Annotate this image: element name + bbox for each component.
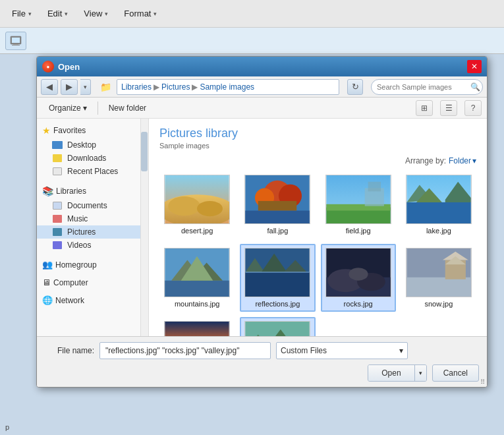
arrange-button[interactable]: Folder ▾ [449, 156, 476, 165]
sidebar: ★ Favorites Desktop Downloads Recent Pl [37, 119, 149, 336]
favorites-star-icon: ★ [42, 125, 51, 136]
image-thumb-mountains [164, 248, 230, 297]
svg-point-7 [197, 201, 223, 216]
filetype-dropdown[interactable]: Custom Files ▾ [276, 342, 408, 359]
image-item-sunrise[interactable]: sunrise.jpg [159, 317, 235, 336]
open-button-group: Open ▾ [368, 364, 426, 382]
image-item-desert[interactable]: desert.jpg [159, 171, 235, 239]
network-icon: 🌐 [42, 295, 53, 305]
sidebar-scroll-thumb[interactable] [141, 132, 148, 171]
search-box[interactable]: 🔍 [371, 79, 483, 95]
sidebar-network[interactable]: 🌐 Network [37, 293, 148, 308]
sidebar-item-downloads[interactable]: Downloads [37, 152, 148, 165]
search-input[interactable] [377, 83, 468, 91]
organize-button[interactable]: Organize ▾ [42, 102, 94, 115]
videos-icon [51, 241, 63, 250]
menu-file-arrow: ▾ [28, 11, 32, 17]
sidebar-favorites-group[interactable]: ★ Favorites [37, 123, 148, 138]
nav-path-libraries[interactable]: Libraries [121, 82, 152, 92]
image-thumb-fall [244, 175, 310, 224]
computer-icon: 🖥 [42, 277, 51, 287]
content-header: Pictures library Sample images [159, 127, 476, 150]
filename-label: File name: [45, 346, 94, 355]
view-button[interactable]: ⊞ [416, 100, 433, 116]
action-row: Open ▾ Cancel [45, 364, 479, 382]
resize-handle[interactable]: ⠿ [480, 378, 485, 386]
sidebar-item-pictures[interactable]: Pictures [37, 225, 148, 239]
image-thumb-valley [244, 321, 310, 336]
sidebar-item-music[interactable]: Music [37, 212, 148, 225]
sidebar-item-recent[interactable]: Recent Places [37, 165, 148, 178]
open-button[interactable]: Open [368, 365, 414, 381]
search-icon[interactable]: 🔍 [470, 82, 480, 92]
nav-folder-icon: 📁 [100, 82, 111, 92]
sidebar-item-videos[interactable]: Videos [37, 239, 148, 252]
filetype-arrow-icon: ▾ [399, 346, 403, 355]
image-label-reflections: reflections.jpg [255, 300, 300, 308]
nav-path-pictures[interactable]: Pictures [161, 82, 190, 92]
image-thumb-lake [406, 175, 472, 224]
nav-forward-button[interactable]: ▶ [61, 79, 78, 95]
music-icon [51, 214, 63, 223]
organize-arrow-icon: ▾ [83, 103, 87, 113]
svg-rect-25 [165, 281, 229, 297]
nav-path-sample-images[interactable]: Sample images [200, 82, 254, 92]
image-item-mountains[interactable]: mountains.jpg [159, 244, 235, 312]
sidebar-libraries-group[interactable]: 📚 Libraries [37, 183, 148, 199]
dialog-title: Open [58, 62, 80, 72]
downloads-icon [51, 154, 63, 163]
sidebar-item-desktop[interactable]: Desktop [37, 138, 148, 152]
cancel-button[interactable]: Cancel [432, 364, 479, 382]
svg-rect-1 [12, 38, 20, 43]
svg-point-6 [168, 196, 200, 216]
menu-view[interactable]: View ▾ [77, 6, 115, 21]
menu-file[interactable]: File ▾ [5, 6, 38, 21]
menu-format-arrow: ▾ [154, 11, 157, 17]
nav-refresh-button[interactable]: ↻ [347, 79, 363, 95]
toolbar-icon-button[interactable] [5, 32, 26, 50]
image-item-rocks[interactable]: rocks.jpg [321, 244, 396, 312]
desktop-icon [51, 140, 63, 150]
sidebar-item-documents[interactable]: Documents [37, 199, 148, 212]
toolbar-area [0, 28, 504, 54]
dialog-titlebar: ● Open ✕ [37, 57, 487, 76]
content-subtitle: Sample images [159, 142, 476, 150]
view-details-button[interactable]: ☰ [440, 100, 457, 116]
image-label-field: field.jpg [346, 227, 371, 235]
divider [98, 102, 98, 115]
filename-input[interactable] [99, 342, 271, 359]
dialog-close-button[interactable]: ✕ [467, 60, 482, 73]
nav-dropdown-button[interactable]: ▾ [80, 79, 91, 95]
arrange-arrow-icon: ▾ [472, 156, 476, 165]
image-item-lake[interactable]: lake.jpg [401, 171, 476, 239]
image-thumb-rocks [325, 248, 391, 297]
help-button[interactable]: ? [464, 100, 482, 116]
image-item-fall[interactable]: fall.jpg [240, 171, 315, 239]
status-bar: p [0, 419, 504, 435]
image-item-reflections[interactable]: reflections.jpg [240, 244, 315, 312]
image-item-snow[interactable]: snow.jpg [401, 244, 476, 312]
open-dropdown-button[interactable]: ▾ [414, 365, 426, 381]
menu-edit[interactable]: Edit ▾ [41, 6, 74, 21]
image-label-mountains: mountains.jpg [175, 300, 220, 308]
image-label-fall: fall.jpg [267, 227, 288, 235]
filename-row: File name: Custom Files ▾ [45, 342, 479, 359]
toolbar-icon [10, 35, 22, 47]
status-text: p [5, 423, 9, 431]
image-thumb-desert [164, 175, 230, 224]
svg-rect-41 [406, 277, 470, 297]
image-thumb-sunrise [164, 321, 230, 336]
menu-format[interactable]: Format ▾ [117, 6, 163, 21]
image-item-field[interactable]: field.jpg [321, 171, 396, 239]
image-label-snow: snow.jpg [424, 300, 453, 308]
sidebar-scrollbar[interactable] [140, 119, 148, 336]
new-folder-button[interactable]: New folder [102, 102, 153, 115]
content-panel: Pictures library Sample images Arrange b… [149, 119, 487, 336]
sidebar-computer[interactable]: 🖥 Computer [37, 275, 148, 290]
image-item-valley[interactable]: valley.jpg [240, 317, 315, 336]
chrome-icon: ● [42, 61, 54, 72]
svg-rect-34 [246, 272, 310, 273]
sidebar-homegroup[interactable]: 👥 Homegroup [37, 257, 148, 272]
image-thumb-reflections [244, 248, 310, 297]
nav-back-button[interactable]: ◀ [41, 79, 58, 95]
